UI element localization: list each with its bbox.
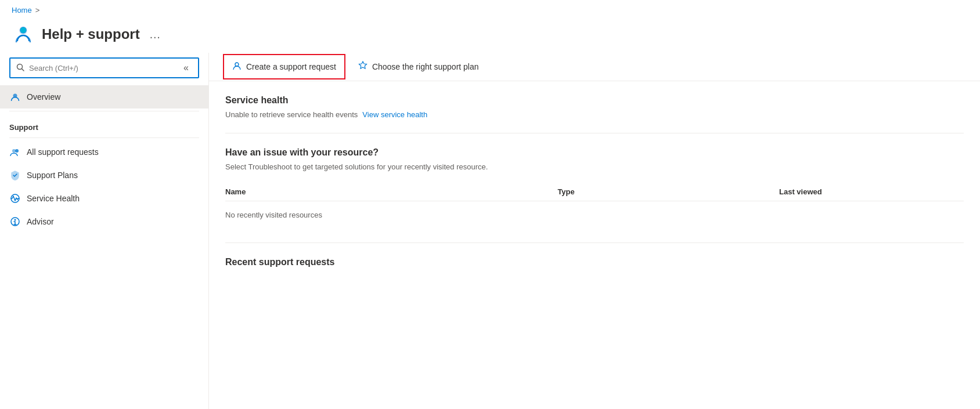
recent-requests-section: Recent support requests (209, 243, 980, 286)
choose-plan-tab-icon (358, 61, 368, 73)
sidebar-item-support-plans[interactable]: Support Plans (0, 164, 208, 187)
tab-choose-plan-label: Choose the right support plan (372, 62, 479, 71)
service-health-error-text: Unable to retrieve service health events (225, 110, 358, 119)
content-area: « Overview Support (0, 53, 980, 409)
view-service-health-link[interactable]: View service health (362, 110, 427, 119)
svg-line-4 (22, 68, 24, 71)
service-health-title: Service health (225, 95, 964, 106)
support-plans-icon (9, 169, 21, 181)
more-options-icon[interactable]: … (149, 28, 161, 41)
tab-create-support-label: Create a support request (246, 62, 336, 71)
search-input[interactable] (29, 64, 175, 73)
tabs-bar: Create a support request Choose the righ… (209, 53, 980, 81)
collapse-sidebar-button[interactable]: « (180, 61, 192, 74)
sidebar: « Overview Support (0, 53, 209, 409)
all-support-icon (9, 146, 21, 158)
col-header-name: Name (225, 183, 557, 201)
support-section-title: Support (0, 114, 208, 135)
resource-issue-title: Have an issue with your resource? (225, 147, 964, 158)
sidebar-divider (9, 111, 199, 111)
page-container: Home > Help + support … (0, 0, 980, 409)
page-title: Help + support (42, 26, 140, 42)
breadcrumb-home-link[interactable]: Home (12, 6, 32, 15)
service-health-section: Service health Unable to retrieve servic… (209, 81, 980, 133)
resource-issue-subtitle: Select Troubleshoot to get targeted solu… (225, 162, 964, 171)
svg-point-10 (235, 63, 239, 66)
page-header: Help + support … (0, 20, 980, 53)
col-header-last-viewed: Last viewed (779, 183, 964, 201)
table-row-empty: No recently visited resources (225, 201, 964, 229)
table-empty-message: No recently visited resources (225, 201, 964, 229)
tab-create-support[interactable]: Create a support request (223, 54, 345, 79)
search-bar[interactable]: « (9, 57, 199, 78)
sidebar-item-support-plans-label: Support Plans (27, 171, 78, 180)
service-health-message: Unable to retrieve service health events… (225, 110, 964, 119)
sidebar-item-all-support[interactable]: All support requests (0, 140, 208, 164)
breadcrumb: Home > (0, 0, 980, 20)
main-content: Create a support request Choose the righ… (209, 53, 980, 409)
resource-issue-section: Have an issue with your resource? Select… (209, 133, 980, 242)
sidebar-item-service-health-label: Service Health (27, 194, 80, 203)
col-header-type: Type (557, 183, 779, 201)
sidebar-item-all-support-label: All support requests (27, 147, 99, 157)
service-health-icon (9, 193, 21, 204)
sidebar-item-overview[interactable]: Overview (0, 85, 208, 108)
svg-point-7 (15, 149, 19, 153)
sidebar-item-service-health[interactable]: Service Health (0, 187, 208, 210)
resource-table: Name Type Last viewed No recently visite… (225, 183, 964, 229)
create-support-tab-icon (232, 61, 242, 73)
advisor-icon (9, 216, 21, 227)
svg-point-2 (20, 27, 26, 33)
sidebar-item-advisor[interactable]: Advisor (0, 210, 208, 233)
overview-icon (9, 91, 21, 103)
search-icon (16, 63, 24, 73)
recent-requests-title: Recent support requests (225, 257, 964, 267)
sidebar-item-advisor-label: Advisor (27, 217, 54, 226)
sidebar-item-overview-label: Overview (27, 92, 60, 102)
tab-choose-plan[interactable]: Choose the right support plan (357, 53, 492, 81)
help-support-icon (12, 23, 35, 46)
svg-point-9 (15, 219, 16, 221)
breadcrumb-separator: > (35, 6, 40, 15)
sidebar-divider-2 (9, 137, 199, 138)
